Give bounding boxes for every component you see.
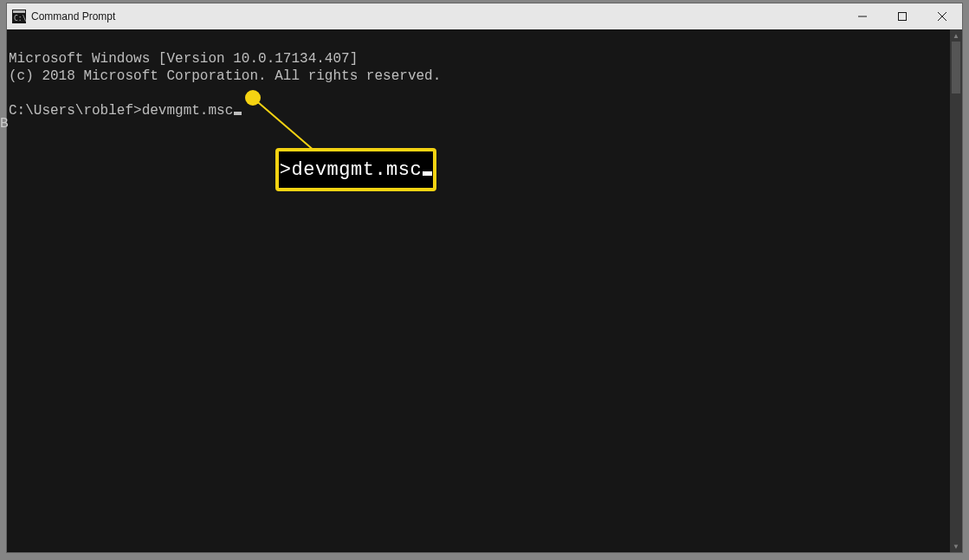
close-button[interactable]: [922, 3, 962, 29]
command-prompt-window: C:\ Command Prompt Microsoft Windows [Ve…: [7, 3, 962, 552]
svg-text:C:\: C:\: [14, 15, 26, 23]
window-controls: [843, 3, 962, 29]
minimize-button[interactable]: [843, 3, 882, 29]
svg-rect-1: [13, 10, 25, 13]
cursor-icon: [234, 112, 242, 115]
callout-command: devmgmt.msc: [291, 159, 422, 181]
scrollbar-up-arrow-icon[interactable]: ▲: [950, 29, 962, 42]
annotation-callout: >devmgmt.msc: [275, 148, 436, 191]
cmd-icon: C:\: [12, 10, 26, 23]
svg-rect-4: [899, 13, 907, 21]
scrollbar-thumb[interactable]: [952, 42, 960, 93]
callout-text: >devmgmt.msc: [280, 159, 432, 181]
terminal-content[interactable]: Microsoft Windows [Version 10.0.17134.40…: [7, 29, 950, 552]
terminal-line-version: Microsoft Windows [Version 10.0.17134.40…: [9, 51, 358, 67]
scrollbar-track[interactable]: [950, 42, 962, 540]
callout-prefix: >: [280, 159, 292, 181]
annotation-dot-icon: [245, 90, 261, 106]
titlebar[interactable]: C:\ Command Prompt: [7, 3, 962, 29]
scrollbar-down-arrow-icon[interactable]: ▼: [950, 540, 962, 552]
callout-cursor-icon: [423, 171, 432, 176]
vertical-scrollbar[interactable]: ▲ ▼: [950, 29, 962, 552]
terminal-prompt: C:\Users\roblef>: [9, 103, 142, 119]
maximize-button[interactable]: [882, 3, 922, 29]
terminal-area[interactable]: Microsoft Windows [Version 10.0.17134.40…: [7, 29, 962, 552]
background-window-edge-char: B: [0, 116, 9, 132]
terminal-line-copyright: (c) 2018 Microsoft Corporation. All righ…: [9, 68, 441, 84]
window-title: Command Prompt: [31, 10, 115, 23]
terminal-command-input[interactable]: devmgmt.msc: [142, 103, 234, 119]
